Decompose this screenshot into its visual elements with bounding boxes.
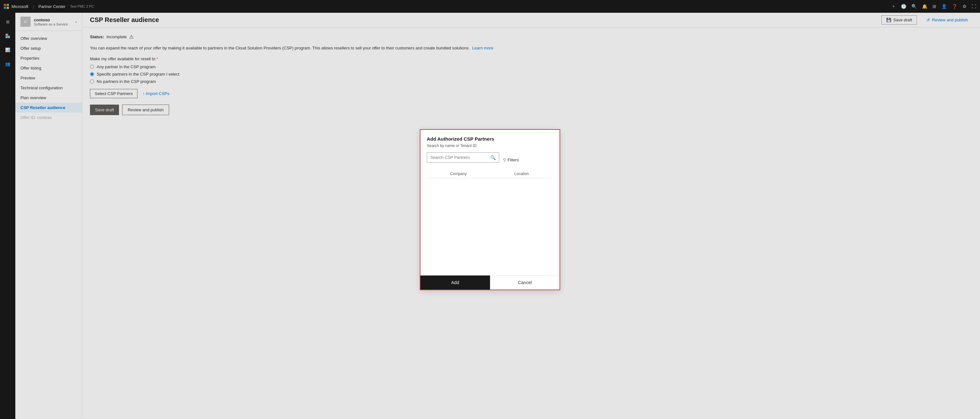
table-header-company: Company xyxy=(427,171,490,176)
search-bar: 🔍 xyxy=(427,152,499,163)
modal-cancel-button[interactable]: Cancel xyxy=(490,276,560,290)
search-input[interactable] xyxy=(427,153,487,162)
search-bar-icon: 🔍 xyxy=(487,153,499,162)
modal-overlay: Add Authorized CSP Partners Search by na… xyxy=(0,0,980,419)
add-csp-partners-modal: Add Authorized CSP Partners Search by na… xyxy=(420,129,560,290)
modal-title: Add Authorized CSP Partners xyxy=(427,136,553,141)
modal-subtitle: Search by name or Tenant ID xyxy=(427,143,553,148)
modal-footer: Add Cancel xyxy=(420,275,560,290)
filter-icon: ▽ xyxy=(503,157,506,162)
modal-body: Add Authorized CSP Partners Search by na… xyxy=(420,130,560,275)
modal-empty-area xyxy=(427,179,553,269)
modal-add-button[interactable]: Add xyxy=(420,276,490,290)
table-header: Company Location xyxy=(427,171,553,178)
filters-button[interactable]: ▽ Filters xyxy=(503,157,519,162)
table-header-location: Location xyxy=(490,171,553,176)
search-row: 🔍 ▽ Filters xyxy=(427,152,553,168)
